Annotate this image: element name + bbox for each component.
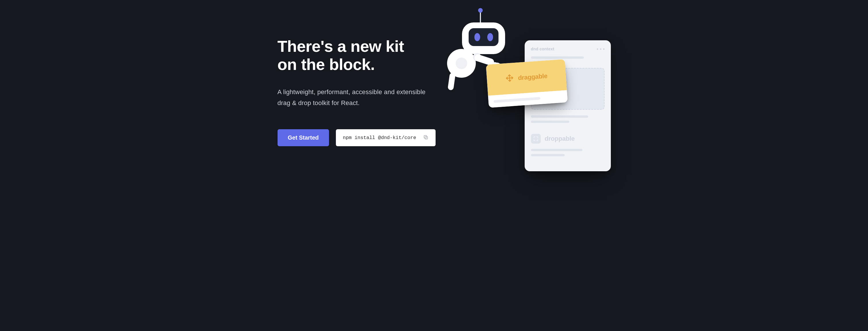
copy-button[interactable] [421,133,430,143]
draggable-label: draggable [518,72,547,82]
svg-point-8 [447,49,476,78]
panel-title: dnd context [531,47,555,51]
svg-rect-16 [447,73,456,90]
install-command-box: npm install @dnd-kit/core [336,129,436,146]
draggable-card-top: draggable [486,59,567,96]
svg-rect-14 [494,62,504,85]
droppable-row: droppable [531,134,604,144]
svg-point-9 [456,58,467,69]
svg-point-7 [487,33,493,41]
cta-row: Get Started npm install @dnd-kit/core [278,129,438,146]
placeholder-line [493,97,540,103]
svg-rect-4 [462,23,505,54]
svg-rect-0 [425,136,428,139]
svg-point-6 [474,33,480,41]
hero-section: There's a new kit on the block. A lightw… [217,0,651,165]
draggable-card-bottom [488,90,567,108]
copy-icon [423,134,429,141]
move-icon [505,74,514,84]
get-started-button[interactable]: Get Started [278,129,329,146]
expand-icon [531,134,541,144]
drop-zone [531,68,604,110]
svg-point-13 [493,64,497,68]
ellipsis-icon [597,48,604,50]
svg-rect-5 [469,28,498,46]
hero-title-line1: There's a new kit [278,37,404,55]
install-command-text: npm install @dnd-kit/core [343,135,416,140]
svg-point-12 [491,62,499,70]
placeholder-line [531,154,565,156]
placeholder-line [531,120,569,123]
svg-rect-11 [473,54,495,66]
svg-point-15 [494,81,506,90]
placeholder-line [531,62,560,64]
hero-subtitle: A lightweight, performant, accessible an… [278,87,438,109]
illustration-panel: dnd context droppable [525,40,611,171]
svg-point-3 [478,8,483,13]
svg-point-10 [473,53,481,61]
placeholder-line [531,149,582,151]
droppable-label: droppable [545,135,575,142]
hero-title-line2: on the block. [278,55,375,74]
hero-copy: There's a new kit on the block. A lightw… [278,37,438,146]
hero-title: There's a new kit on the block. [278,37,438,74]
robot-icon [441,6,539,109]
placeholder-line [531,115,588,118]
draggable-card: draggable [486,59,568,108]
svg-rect-1 [424,136,427,138]
placeholder-line [531,56,584,59]
panel-header: dnd context [531,47,604,51]
hero-illustration: dnd context droppable [438,6,617,167]
